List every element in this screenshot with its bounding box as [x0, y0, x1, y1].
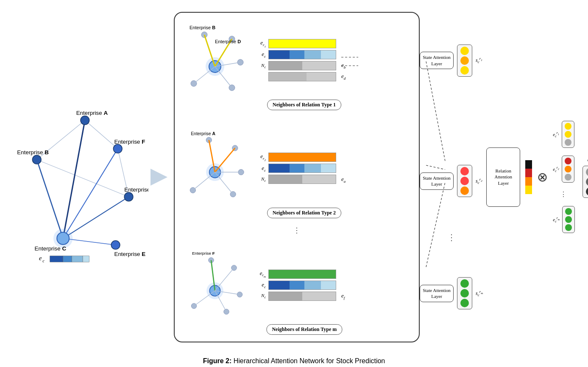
- relation-attention-group: RelationAttentionLayer: [486, 147, 532, 207]
- out-r2-top: [565, 158, 571, 164]
- graph-to-main-arrow: [148, 164, 174, 190]
- relation-attention-box: RelationAttentionLayer: [486, 147, 520, 207]
- bar-nc-rm: Nc ef: [253, 292, 412, 301]
- bar-ec-rm-container: [268, 281, 336, 290]
- svg-text:Enterprise B: Enterprise B: [189, 25, 215, 30]
- bar-erm-green: [269, 270, 336, 278]
- mini-graph-r2: Enterprise A: [181, 128, 249, 204]
- sc-label-rm: scrm: [476, 289, 483, 297]
- vertical-dots: ⋯: [181, 225, 412, 237]
- bar-label-er1: er1: [253, 39, 266, 48]
- traffic-r1-mid: [460, 56, 469, 65]
- traffic-r1-top: [460, 47, 469, 55]
- state-attention-box-r1: State Attention Layer: [420, 52, 454, 69]
- traffic-r2-top: [460, 167, 469, 175]
- out-r1-top: [565, 123, 571, 130]
- relation-row-1: Enterprise B Enterprise D er1: [181, 17, 412, 112]
- state-attention-r1-group: State Attention Layer scr1: [420, 44, 483, 77]
- feature-bars-r2: er2 ec: [253, 153, 412, 184]
- dots-between-r1-r2: [420, 112, 483, 129]
- output-traffic-r1: [562, 121, 574, 148]
- color-bar-black: [525, 160, 532, 169]
- relation-row-m: Enterprise F erm ec: [181, 242, 412, 337]
- bar-ec-seg3: [304, 50, 321, 59]
- bar-ec-seg1: [269, 50, 290, 59]
- node-label-ed: ed: [341, 73, 346, 81]
- neighbors-label-r2: Neighbors of Relation Type 2: [267, 208, 341, 218]
- svg-text:Enterprise D: Enterprise D: [124, 186, 148, 193]
- svg-text:Enterprise E: Enterprise E: [114, 250, 145, 257]
- dots-separator-1: [181, 114, 412, 123]
- bar-label-erm: erm: [253, 270, 266, 278]
- out-r1-bot: [565, 139, 571, 146]
- main-container: Enterprise A Enterprise B Enterprise F E…: [0, 0, 588, 367]
- svg-point-12: [124, 192, 133, 201]
- bar-nc-seg2: [302, 61, 336, 70]
- figure-caption: Figure 2: Hierarchical Attention Network…: [203, 354, 385, 367]
- bar-nc-r2: Nc ea: [253, 175, 412, 184]
- main-diagram-box: Enterprise B Enterprise D er1: [174, 12, 420, 342]
- bar-ec-rm: ec: [253, 281, 412, 290]
- svg-point-9: [81, 116, 89, 125]
- bar-erm: erm: [253, 270, 412, 279]
- left-graph: Enterprise A Enterprise B Enterprise F E…: [13, 33, 148, 321]
- bar-ed-seg2: [307, 72, 336, 81]
- output-traffic-rm: [562, 206, 575, 233]
- relation-row-2: Enterprise A er2 ec: [181, 125, 412, 220]
- out-r1-mid: [565, 131, 571, 138]
- right-inner: State Attention Layer scr1: [420, 16, 588, 338]
- otimes-symbol: ⊗: [537, 170, 548, 184]
- svg-text:Enterprise D: Enterprise D: [215, 39, 241, 44]
- svg-text:Enterprise A: Enterprise A: [191, 132, 215, 136]
- feature-bars-rm: erm ec: [253, 270, 412, 301]
- output-dots: ⋮: [553, 190, 574, 198]
- state-attention-box-rm: State Attention Layer: [420, 285, 454, 302]
- output-lights-column: ecr1 ecr2: [553, 121, 575, 233]
- state-attention-r2-group: State Attention Layer scr2: [420, 165, 483, 197]
- bar-er1-container: [268, 39, 336, 48]
- out-r2-bot: [565, 174, 571, 181]
- final-traffic-light: [582, 166, 588, 198]
- svg-text:Enterprise F: Enterprise F: [114, 138, 145, 145]
- bar-ec-r1: ec: [253, 50, 412, 59]
- mini-graph-r1: Enterprise B Enterprise D: [181, 20, 249, 96]
- traffic-rm-bot: [460, 299, 469, 307]
- bar-er2-container: [268, 153, 336, 162]
- bar-label-ec-rm: ec: [253, 281, 266, 289]
- color-bar-red: [525, 169, 532, 177]
- bar-label-er2: er2: [253, 153, 266, 161]
- svg-rect-24: [50, 256, 63, 261]
- out-r2-mid: [565, 166, 571, 172]
- traffic-rm-mid: [460, 289, 469, 297]
- bar-ec-seg4: [321, 50, 336, 59]
- output-label-r1: ecr1: [553, 131, 559, 138]
- sc-label-r1: scr1: [476, 56, 482, 64]
- mini-graph-rm: Enterprise F: [181, 245, 249, 321]
- output-rm-group: ecrm: [553, 206, 575, 233]
- state-attention-rm-group: State Attention Layer scrm: [420, 277, 483, 309]
- svg-line-1: [85, 120, 117, 148]
- bar-er2: er2: [253, 153, 412, 162]
- svg-rect-26: [72, 256, 83, 261]
- svg-rect-25: [63, 256, 72, 261]
- relation-attention-label: RelationAttentionLayer: [494, 168, 512, 186]
- traffic-light-rm: [457, 277, 472, 309]
- traffic-light-r1: [457, 44, 472, 77]
- relation-color-bar: [525, 160, 532, 194]
- svg-line-7: [63, 197, 129, 238]
- state-attention-label-r1: State Attention Layer: [422, 54, 451, 67]
- sc-label-r2: scr2: [476, 177, 482, 185]
- svg-point-13: [111, 240, 120, 249]
- svg-point-10: [32, 155, 41, 164]
- output-label-rm: ecrm: [553, 216, 560, 223]
- bar-label-nc-r1: Nc: [253, 63, 266, 69]
- node-label-ef: ef: [341, 292, 345, 300]
- output-label-r2: ecr2: [553, 166, 559, 173]
- bar-nc-rm-container: [268, 292, 336, 301]
- feature-bars-r1: er1 ec: [253, 39, 412, 81]
- state-attention-label-rm: State Attention Layer: [422, 287, 451, 300]
- node-label-ea: ea: [341, 176, 346, 184]
- final-top: [586, 168, 588, 176]
- svg-line-54: [193, 172, 215, 191]
- svg-text:Enterprise B: Enterprise B: [17, 149, 49, 156]
